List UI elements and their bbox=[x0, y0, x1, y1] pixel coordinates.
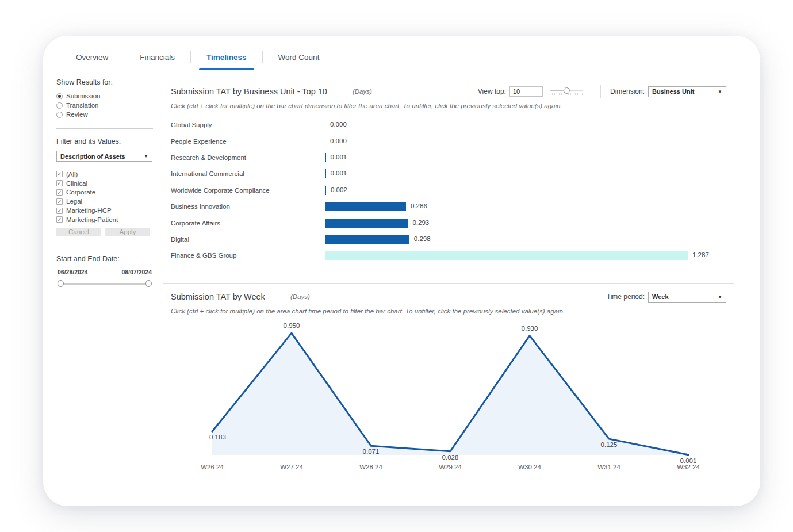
filter-checkbox-list: ✓ (All) ✓ Clinical ✓ Corporate ✓ Legal ✓ bbox=[56, 170, 153, 224]
radio-icon[interactable] bbox=[56, 93, 63, 99]
bar-row[interactable]: Research & Development0.001 bbox=[163, 150, 734, 166]
bar[interactable] bbox=[325, 202, 406, 211]
bar[interactable] bbox=[325, 235, 409, 244]
bar-chart-rows: Global Supply0.000People Experience0.000… bbox=[163, 117, 734, 264]
radio-icon[interactable] bbox=[56, 112, 63, 118]
bar-category-label[interactable]: Research & Development bbox=[171, 154, 325, 161]
bar-panel-header: Submission TAT by Business Unit - Top 10… bbox=[163, 78, 734, 98]
area-chart-panel: Submission TAT by Week (Days) Time perio… bbox=[163, 283, 734, 476]
bar-chart-unit: (Days) bbox=[353, 88, 372, 95]
checkbox-marketing-hcp[interactable]: ✓ Marketing-HCP bbox=[56, 206, 153, 215]
area-chart-instructions: Click (ctrl + click for multiple) on the… bbox=[163, 308, 734, 315]
chevron-down-icon: ▼ bbox=[718, 294, 722, 300]
bar-row[interactable]: Corporate Affairs0.293 bbox=[163, 215, 734, 231]
dimension-label: Dimension: bbox=[610, 87, 645, 95]
bar-category-label[interactable]: Finance & GBS Group bbox=[171, 252, 325, 259]
bar-row[interactable]: Global Supply0.000 bbox=[163, 117, 734, 133]
bar-category-label[interactable]: Digital bbox=[171, 236, 325, 243]
view-top-label: View top: bbox=[478, 87, 506, 95]
bar-value-label: 0.002 bbox=[331, 186, 347, 193]
bar[interactable] bbox=[325, 186, 326, 195]
checkbox-corporate[interactable]: ✓ Corporate bbox=[56, 188, 153, 197]
page: Overview Financials Timeliness Word Coun… bbox=[0, 0, 793, 532]
area-point-value-label: 0.125 bbox=[601, 441, 618, 448]
area-fill[interactable] bbox=[212, 333, 688, 455]
bar-category-label[interactable]: Business Innovation bbox=[171, 203, 325, 210]
filter-values-label: Filter and its Values: bbox=[56, 137, 153, 146]
bar-track: 1.287 bbox=[325, 251, 734, 260]
view-top-input[interactable] bbox=[509, 86, 543, 97]
checkbox-icon[interactable]: ✓ bbox=[56, 180, 63, 186]
filter-dropdown[interactable]: Description of Assets ▼ bbox=[56, 151, 152, 162]
time-period-dropdown[interactable]: Week ▼ bbox=[648, 292, 726, 303]
checkbox-label: Clinical bbox=[66, 180, 87, 187]
date-range-slider[interactable] bbox=[58, 280, 152, 288]
bar-row[interactable]: Digital0.298 bbox=[163, 231, 734, 247]
bar-value-label: 0.298 bbox=[414, 235, 431, 242]
area-chart-svg[interactable]: 0.183W26 240.950W27 240.071W28 240.028W2… bbox=[171, 320, 727, 476]
slider-knob[interactable] bbox=[564, 87, 570, 94]
controls-divider bbox=[597, 290, 597, 304]
bar-track: 0.002 bbox=[325, 186, 734, 195]
x-axis-tick-label[interactable]: W32 24 bbox=[677, 464, 700, 470]
bar-track: 0.286 bbox=[325, 202, 734, 211]
sidebar-divider bbox=[56, 128, 153, 129]
bar-row[interactable]: People Experience0.000 bbox=[163, 133, 734, 149]
x-axis-tick-label[interactable]: W31 24 bbox=[597, 464, 620, 470]
slider-handle-start[interactable] bbox=[58, 280, 64, 287]
time-period-dropdown-value: Week bbox=[652, 293, 669, 300]
checkbox-clinical[interactable]: ✓ Clinical bbox=[56, 179, 153, 188]
bar-category-label[interactable]: Worldwide Corporate Compliance bbox=[171, 187, 325, 194]
checkbox-icon[interactable]: ✓ bbox=[56, 216, 63, 223]
slider-track[interactable] bbox=[60, 283, 150, 285]
apply-button[interactable]: Apply bbox=[105, 228, 150, 236]
bar-row[interactable]: Finance & GBS Group1.287 bbox=[163, 247, 734, 263]
checkbox-icon[interactable]: ✓ bbox=[56, 171, 63, 177]
area-point-value-label: 0.001 bbox=[680, 457, 697, 464]
bar-category-label[interactable]: Global Supply bbox=[171, 121, 325, 128]
tab-overview[interactable]: Overview bbox=[60, 48, 124, 66]
slider-handle-end[interactable] bbox=[145, 280, 152, 287]
bar-chart-instructions: Click (ctrl + click for multiple) on the… bbox=[163, 102, 734, 109]
bar-chart-panel: Submission TAT by Business Unit - Top 10… bbox=[163, 78, 734, 270]
bar-row[interactable]: International Commercial0.001 bbox=[163, 166, 734, 182]
checkbox-all[interactable]: ✓ (All) bbox=[56, 170, 153, 179]
radio-icon[interactable] bbox=[56, 102, 63, 109]
checkbox-icon[interactable]: ✓ bbox=[56, 198, 63, 205]
checkbox-label: Corporate bbox=[66, 189, 95, 196]
bar-row[interactable]: Worldwide Corporate Compliance0.002 bbox=[163, 182, 734, 198]
checkbox-marketing-patient[interactable]: ✓ Marketing-Patient bbox=[56, 215, 153, 224]
bar-track: 0.298 bbox=[325, 235, 734, 244]
bar-category-label[interactable]: International Commercial bbox=[171, 170, 325, 177]
date-range-label: Start and End Date: bbox=[56, 255, 153, 263]
radio-translation[interactable]: Translation bbox=[56, 101, 153, 110]
tab-timeliness[interactable]: Timeliness bbox=[191, 48, 262, 66]
x-axis-tick-label[interactable]: W26 24 bbox=[201, 464, 224, 470]
bar-row[interactable]: Business Innovation0.286 bbox=[163, 198, 734, 215]
tab-financials[interactable]: Financials bbox=[124, 48, 190, 66]
checkbox-icon[interactable]: ✓ bbox=[56, 208, 63, 214]
checkbox-legal[interactable]: ✓ Legal bbox=[56, 197, 153, 206]
x-axis-tick-label[interactable]: W30 24 bbox=[518, 464, 541, 470]
x-axis-tick-label[interactable]: W28 24 bbox=[359, 464, 382, 470]
bar-category-label[interactable]: Corporate Affairs bbox=[171, 220, 325, 227]
main-content: Submission TAT by Business Unit - Top 10… bbox=[163, 78, 734, 476]
radio-submission[interactable]: Submission bbox=[56, 91, 153, 101]
x-axis-tick-label[interactable]: W27 24 bbox=[280, 464, 303, 470]
dimension-dropdown[interactable]: Business Unit ▼ bbox=[648, 86, 726, 97]
bar-category-label[interactable]: People Experience bbox=[171, 138, 325, 145]
chevron-down-icon: ▼ bbox=[144, 154, 148, 159]
radio-label: Submission bbox=[66, 93, 100, 99]
radio-review[interactable]: Review bbox=[56, 110, 153, 119]
bar[interactable] bbox=[325, 251, 688, 260]
controls-divider bbox=[600, 85, 601, 98]
view-top-slider[interactable] bbox=[550, 87, 583, 95]
tab-word-count[interactable]: Word Count bbox=[263, 48, 335, 66]
x-axis-tick-label[interactable]: W29 24 bbox=[439, 464, 462, 470]
bar[interactable] bbox=[325, 219, 408, 228]
checkbox-icon[interactable]: ✓ bbox=[56, 189, 63, 196]
cancel-button[interactable]: Cancel bbox=[56, 228, 101, 236]
filter-dropdown-value: Description of Assets bbox=[60, 153, 125, 160]
show-results-label: Show Results for: bbox=[56, 78, 153, 86]
area-point-value-label: 0.950 bbox=[284, 322, 300, 329]
